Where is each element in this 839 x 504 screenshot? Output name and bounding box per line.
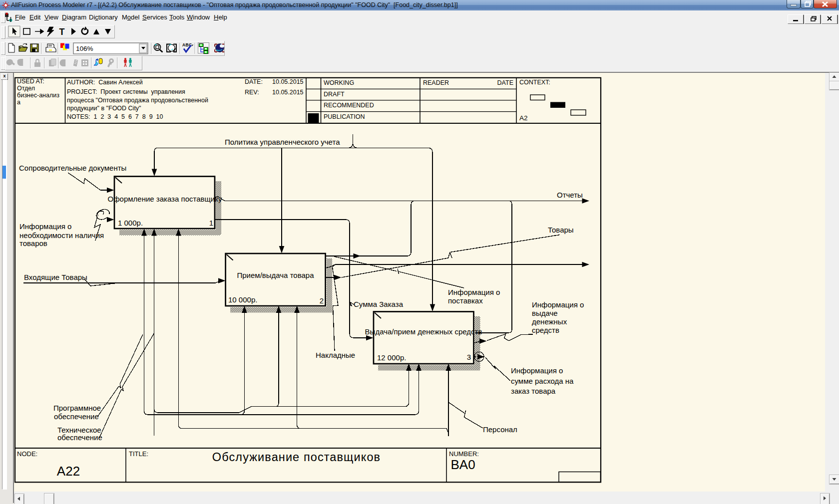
svg-text:10.05.2015: 10.05.2015 bbox=[272, 89, 304, 96]
svg-text:NODE:: NODE: bbox=[17, 450, 37, 458]
svg-text:бизнес-анализ: бизнес-анализ bbox=[17, 92, 59, 99]
svg-text:NOTES: 1 2 3 4 5 6 7 8: NOTES: 1 2 3 4 5 6 7 8 9 10 bbox=[67, 113, 163, 120]
svg-text:Отчеты: Отчеты bbox=[557, 191, 583, 199]
svg-text:Политика управленческого учета: Политика управленческого учета bbox=[225, 138, 340, 146]
svg-text:Информация о: Информация о bbox=[532, 300, 584, 309]
svg-text:READER: READER bbox=[423, 79, 449, 86]
svg-text:DATE:: DATE: bbox=[245, 78, 263, 85]
svg-text:BA0: BA0 bbox=[451, 457, 475, 472]
svg-text:NUMBER:: NUMBER: bbox=[449, 450, 479, 458]
svg-text:2: 2 bbox=[320, 296, 324, 305]
svg-text:Накладные: Накладные bbox=[316, 351, 355, 359]
svg-text:AUTHOR: Савин Алексей: AUTHOR: Савин Алексей bbox=[67, 79, 143, 86]
svg-text:товаров: товаров bbox=[19, 239, 47, 248]
svg-text:T: T bbox=[59, 27, 65, 37]
svg-text:процесса "Оптовая продажа прод: процесса "Оптовая продажа продовольствен… bbox=[67, 97, 208, 104]
svg-text:Выдача/прием денежных средств: Выдача/прием денежных средств bbox=[365, 327, 482, 336]
svg-text:Информация о: Информация о bbox=[19, 222, 71, 231]
svg-text:10 000р.: 10 000р. bbox=[228, 295, 257, 304]
svg-text:Информация о: Информация о bbox=[448, 288, 500, 296]
svg-text:денежных: денежных bbox=[532, 317, 567, 326]
svg-text:средств: средств bbox=[532, 326, 559, 334]
svg-text:CONTEXT:: CONTEXT: bbox=[519, 79, 550, 86]
svg-text:REV:: REV: bbox=[245, 89, 259, 96]
svg-text:106%: 106% bbox=[76, 45, 93, 52]
svg-text:обеспечение: обеспечение bbox=[57, 433, 102, 442]
svg-text:DRAFT: DRAFT bbox=[324, 91, 345, 98]
svg-text:Товары: Товары bbox=[548, 226, 574, 234]
svg-text:выдаче: выдаче bbox=[532, 309, 558, 317]
svg-text:а: а bbox=[17, 99, 20, 106]
svg-text:DATE: DATE bbox=[497, 79, 513, 86]
svg-text:поставках: поставках bbox=[448, 296, 483, 305]
svg-text:необходимости наличия: необходимости наличия bbox=[19, 231, 104, 240]
svg-text:PUBLICATION: PUBLICATION bbox=[324, 113, 365, 120]
svg-text:1 000р.: 1 000р. bbox=[118, 219, 143, 227]
svg-text:10.05.2015: 10.05.2015 bbox=[272, 78, 304, 85]
svg-text:обеспечение: обеспечение bbox=[54, 412, 99, 421]
svg-text:A2: A2 bbox=[519, 114, 528, 122]
svg-text:12 000р.: 12 000р. bbox=[377, 353, 406, 362]
svg-text:A22: A22 bbox=[57, 464, 80, 479]
svg-text:сумме расхода на: сумме расхода на bbox=[511, 377, 574, 385]
svg-text:Прием/выдача товара: Прием/выдача товара bbox=[237, 271, 314, 279]
svg-text:заказ товара: заказ товара bbox=[511, 387, 556, 395]
svg-text:Сумма Заказа: Сумма Заказа bbox=[354, 300, 404, 308]
svg-text:TITLE:: TITLE: bbox=[129, 450, 148, 458]
svg-text:продукции" в "FOOD City": продукции" в "FOOD City" bbox=[67, 105, 141, 112]
svg-text:Сопроводительные документы: Сопроводительные документы bbox=[19, 164, 126, 172]
svg-text:3: 3 bbox=[467, 353, 471, 361]
svg-text:Отдел: Отдел bbox=[17, 85, 35, 92]
svg-text:Персонал: Персонал bbox=[483, 425, 517, 434]
svg-text:USED AT:: USED AT: bbox=[17, 78, 44, 85]
svg-text:Оформление заказа поставщику: Оформление заказа поставщику bbox=[108, 195, 222, 203]
svg-text:1: 1 bbox=[209, 219, 213, 227]
svg-text:Обслуживание поставщиков: Обслуживание поставщиков bbox=[212, 451, 381, 464]
svg-text:WORKING: WORKING bbox=[324, 79, 354, 86]
svg-text:Информация о: Информация о bbox=[511, 366, 563, 375]
svg-text:RECOMMENDED: RECOMMENDED bbox=[324, 102, 374, 109]
svg-text:Программное: Программное bbox=[53, 404, 101, 412]
svg-text:PROJECT: Проект системы упра: PROJECT: Проект системы управления bbox=[67, 88, 185, 95]
svg-text:Входящие Товары: Входящие Товары bbox=[24, 273, 87, 281]
